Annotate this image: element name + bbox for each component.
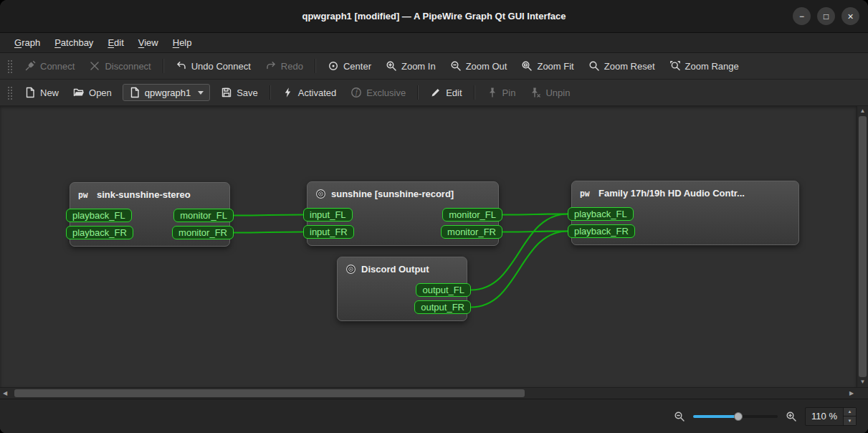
maximize-button[interactable]: □ xyxy=(817,7,835,25)
scrollbar-corner xyxy=(857,388,868,399)
svg-text:pw: pw xyxy=(580,189,590,198)
zoom-in-icon[interactable] xyxy=(786,411,797,422)
horizontal-scroll-track[interactable] xyxy=(10,388,846,399)
unpin-button[interactable]: Unpin xyxy=(523,83,576,102)
zoom-out-icon[interactable] xyxy=(674,411,685,422)
statusbar: 110 % ▲ ▼ xyxy=(0,399,868,433)
undo-icon xyxy=(176,60,187,72)
toolbar-patchbay: NewOpenqpwgraph1SaveActivatedfExclusiveE… xyxy=(0,80,868,106)
scroll-left-arrow-icon[interactable]: ◀ xyxy=(0,388,10,399)
zoom-spinbox[interactable]: 110 % ▲ ▼ xyxy=(805,407,857,426)
scroll-down-arrow-icon[interactable]: ▼ xyxy=(857,377,868,387)
toolbar-separator xyxy=(417,85,419,100)
node-title: sink-sunshine-stereo xyxy=(97,189,191,200)
vertical-scroll-handle[interactable] xyxy=(859,116,867,377)
zoom-in-button[interactable]: Zoom In xyxy=(379,57,442,75)
open-icon xyxy=(73,87,85,98)
zoom-range-icon xyxy=(669,60,681,72)
save-icon xyxy=(221,87,232,98)
connection-wire[interactable] xyxy=(234,232,303,233)
titlebar: qpwgraph1 [modified] — A PipeWire Graph … xyxy=(0,0,868,33)
disconnect-button[interactable]: Disconnect xyxy=(82,57,157,75)
node-sink-sunshine-stereo[interactable]: pwsink-sunshine-stereoplayback_FLmonitor… xyxy=(70,182,230,247)
toolbar-separator xyxy=(270,85,271,100)
connect-button[interactable]: Connect xyxy=(18,57,81,75)
svg-text:f: f xyxy=(356,89,358,96)
zoom-range-button[interactable]: Zoom Range xyxy=(663,57,745,75)
port-playback-fr[interactable]: playback_FR xyxy=(568,224,635,238)
menu-edit[interactable]: Edit xyxy=(102,35,129,50)
toolbar-separator xyxy=(474,85,475,100)
menu-view[interactable]: View xyxy=(133,35,164,50)
pin-button[interactable]: Pin xyxy=(480,83,523,102)
zoom-out-icon xyxy=(450,60,462,72)
port-monitor-fl[interactable]: monitor_FL xyxy=(442,208,502,222)
port-output-fr[interactable]: output_FR xyxy=(414,300,471,314)
zoom-spinbox-value[interactable]: 110 % xyxy=(806,408,843,425)
scroll-right-arrow-icon[interactable]: ▶ xyxy=(846,388,857,399)
port-playback-fl[interactable]: playback_FL xyxy=(66,209,132,222)
port-output-fl[interactable]: output_FL xyxy=(416,283,471,297)
spin-up-button[interactable]: ▲ xyxy=(844,408,856,417)
node-sunshine[interactable]: sunshine [sunshine-record]input_FLmonito… xyxy=(307,181,499,246)
zoom-fit-icon xyxy=(521,60,533,72)
port-input-fl[interactable]: input_FL xyxy=(303,208,353,222)
connect-icon xyxy=(24,60,36,72)
new-button[interactable]: New xyxy=(18,83,65,102)
activated-button[interactable]: Activated xyxy=(276,83,343,102)
window-controls: −□× xyxy=(793,0,859,32)
node-family-hda[interactable]: pwFamily 17h/19h HD Audio Contr...playba… xyxy=(571,181,799,245)
activated-icon xyxy=(282,87,294,98)
port-input-fr[interactable]: input_FR xyxy=(303,225,354,239)
toolbar-separator xyxy=(315,59,316,73)
zoom-slider-fill xyxy=(693,415,738,418)
toolbar-grip[interactable] xyxy=(7,85,12,100)
redo-button[interactable]: Redo xyxy=(259,57,310,75)
horizontal-scrollbar[interactable]: ◀ ▶ xyxy=(0,388,857,399)
pipewire-icon: pw xyxy=(580,189,593,198)
connection-wires xyxy=(0,106,857,387)
zoom-reset-icon xyxy=(588,60,600,72)
center-button[interactable]: Center xyxy=(321,57,378,75)
connection-wire[interactable] xyxy=(234,215,303,216)
port-monitor-fr[interactable]: monitor_FR xyxy=(172,226,234,239)
edit-button[interactable]: Edit xyxy=(424,83,468,102)
node-discord-output[interactable]: Discord Outputoutput_FLoutput_FR xyxy=(337,257,467,321)
node-title: sunshine [sunshine-record] xyxy=(331,189,454,199)
zoom-reset-button[interactable]: Zoom Reset xyxy=(582,57,662,75)
open-button[interactable]: Open xyxy=(67,83,118,102)
menu-patchbay[interactable]: Patchbay xyxy=(49,35,99,50)
spin-down-button[interactable]: ▼ xyxy=(844,417,856,425)
save-button[interactable]: Save xyxy=(214,83,264,102)
exclusive-button[interactable]: fExclusive xyxy=(344,83,412,102)
zoom-slider-handle[interactable] xyxy=(734,412,743,421)
port-monitor-fr[interactable]: monitor_FR xyxy=(441,225,502,239)
file-icon xyxy=(129,87,140,98)
app-icon xyxy=(315,189,326,199)
horizontal-scroll-handle[interactable] xyxy=(14,389,525,397)
close-button[interactable]: × xyxy=(841,7,859,25)
vertical-scroll-track[interactable] xyxy=(857,116,868,377)
graph-canvas[interactable]: pwsink-sunshine-stereoplayback_FLmonitor… xyxy=(0,106,857,387)
app-window: qpwgraph1 [modified] — A PipeWire Graph … xyxy=(0,0,868,433)
toolbar-grip[interactable] xyxy=(7,59,12,73)
scroll-up-arrow-icon[interactable]: ▲ xyxy=(857,106,868,116)
undo-connect-button[interactable]: Undo Connect xyxy=(169,57,257,75)
port-playback-fl[interactable]: playback_FL xyxy=(568,207,634,221)
window-title: qpwgraph1 [modified] — A PipeWire Graph … xyxy=(0,11,868,22)
port-monitor-fl[interactable]: monitor_FL xyxy=(173,209,234,222)
patchbay-file-combo[interactable]: qpwgraph1 xyxy=(123,84,210,101)
vertical-scrollbar[interactable]: ▲ ▼ xyxy=(857,106,868,387)
disconnect-icon xyxy=(89,60,100,72)
menu-graph[interactable]: Graph xyxy=(9,35,46,50)
zoom-slider[interactable] xyxy=(693,411,778,422)
pin-icon xyxy=(487,87,498,98)
svg-text:pw: pw xyxy=(78,190,88,199)
zoom-fit-button[interactable]: Zoom Fit xyxy=(515,57,580,75)
port-playback-fr[interactable]: playback_FR xyxy=(66,226,133,239)
menu-help[interactable]: Help xyxy=(167,35,198,50)
zoom-out-button[interactable]: Zoom Out xyxy=(444,57,514,75)
center-icon xyxy=(328,60,339,72)
redo-icon xyxy=(265,60,277,72)
minimize-button[interactable]: − xyxy=(793,7,811,25)
